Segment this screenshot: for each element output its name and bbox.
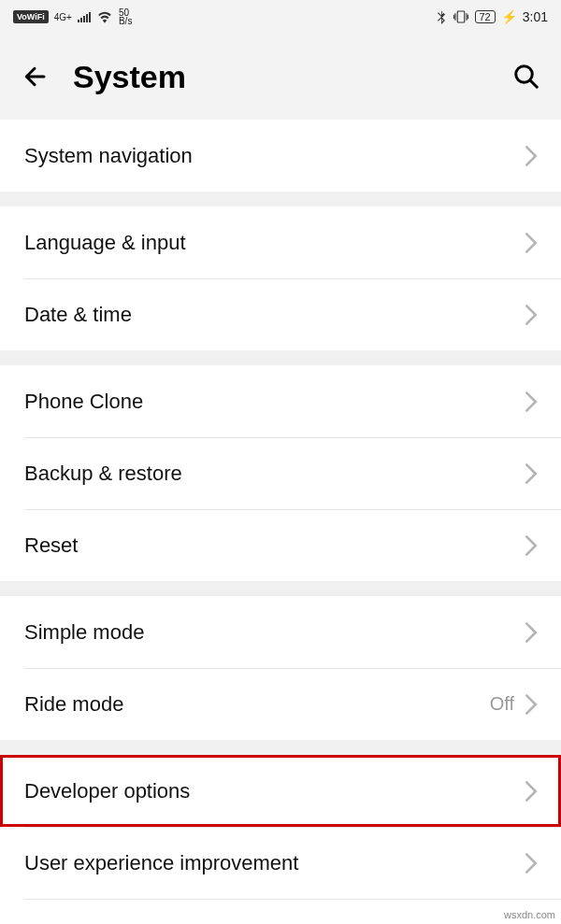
bluetooth-icon: [436, 9, 447, 24]
row-backup-restore[interactable]: Backup & restore: [0, 437, 561, 509]
row-label: Ride mode: [24, 692, 490, 717]
vowifi-icon: VoWiFi: [13, 10, 49, 23]
chevron-right-icon: [524, 534, 539, 557]
settings-group: Simple mode Ride mode Off: [0, 596, 561, 740]
page-title: System: [73, 59, 512, 95]
row-developer-options[interactable]: Developer options: [0, 755, 561, 827]
settings-group: Developer options User experience improv…: [0, 755, 561, 924]
row-label: System navigation: [24, 144, 524, 168]
search-icon[interactable]: [512, 63, 540, 91]
data-rate: 50B/s: [119, 8, 132, 25]
wifi-icon: [96, 10, 113, 23]
chevron-right-icon: [524, 145, 539, 167]
charging-icon: ⚡: [501, 9, 517, 24]
chevron-right-icon: [524, 391, 539, 413]
row-simple-mode[interactable]: Simple mode: [0, 596, 561, 668]
row-date-time[interactable]: Date & time: [0, 278, 561, 350]
settings-group: Language & input Date & time: [0, 206, 561, 350]
row-value: Off: [490, 693, 514, 715]
watermark: wsxdn.com: [502, 909, 557, 920]
row-system-navigation[interactable]: System navigation: [0, 120, 561, 192]
row-ride-mode[interactable]: Ride mode Off: [0, 668, 561, 740]
svg-rect-0: [457, 11, 465, 22]
chevron-right-icon: [524, 621, 539, 644]
status-bar: VoWiFi 4G+ 50B/s 72 ⚡ 3:01: [0, 0, 561, 34]
row-reset[interactable]: Reset: [0, 509, 561, 581]
chevron-right-icon: [524, 852, 539, 874]
back-icon[interactable]: [21, 63, 49, 91]
settings-group: Phone Clone Backup & restore Reset: [0, 365, 561, 581]
app-bar: System: [0, 34, 561, 120]
clock: 3:01: [523, 9, 548, 24]
signal-icon: [78, 11, 91, 22]
settings-group: System navigation: [0, 120, 561, 192]
row-label: Phone Clone: [24, 390, 524, 414]
row-label: Date & time: [24, 303, 524, 327]
row-certification-logos[interactable]: Certification logos: [0, 899, 561, 924]
battery-icon: 72: [475, 10, 496, 23]
row-label: Simple mode: [24, 620, 524, 645]
row-label: Reset: [24, 533, 524, 558]
row-label: Language & input: [24, 231, 524, 255]
chevron-right-icon: [524, 780, 539, 803]
chevron-right-icon: [524, 693, 539, 716]
row-user-experience-improvement[interactable]: User experience improvement: [0, 827, 561, 899]
row-label: User experience improvement: [24, 851, 524, 875]
row-label: Backup & restore: [24, 462, 524, 486]
vibrate-icon: [453, 9, 469, 24]
row-language-input[interactable]: Language & input: [0, 206, 561, 278]
row-label: Developer options: [24, 779, 524, 803]
chevron-right-icon: [524, 304, 539, 326]
row-phone-clone[interactable]: Phone Clone: [0, 365, 561, 437]
chevron-right-icon: [524, 232, 539, 254]
chevron-right-icon: [524, 462, 539, 485]
network-type: 4G+: [54, 13, 72, 21]
